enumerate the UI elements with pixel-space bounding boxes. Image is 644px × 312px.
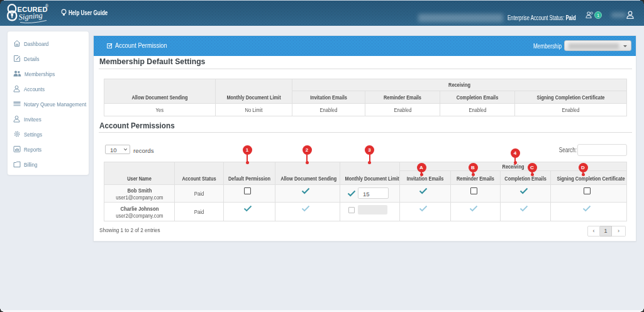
- svg-text:Signing: Signing: [18, 11, 43, 21]
- svg-text:®: ®: [45, 4, 48, 8]
